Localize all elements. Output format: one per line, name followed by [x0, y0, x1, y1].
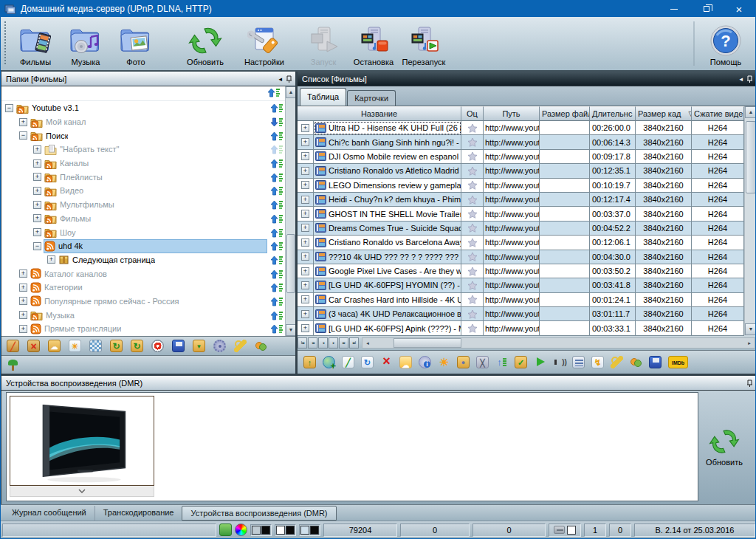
photo-button[interactable]: Фото — [111, 18, 161, 69]
tree-item[interactable]: −Поиск — [1, 128, 285, 143]
table-row[interactable]: +???10 4k UHD ??? ?? ? ? ???? ??? HiDRht… — [298, 250, 744, 264]
dmr-device-card[interactable] — [10, 396, 154, 497]
cell-rating[interactable] — [461, 179, 484, 193]
cell-rating[interactable] — [461, 222, 484, 236]
nav-prev-button[interactable]: ◂ — [318, 337, 328, 349]
cell-rating[interactable] — [461, 293, 484, 307]
key-gold-icon[interactable] — [234, 340, 247, 352]
cell-path[interactable]: http://www.youtu — [484, 179, 540, 193]
table-row[interactable]: +Car Crashes Hard into Hillside - 4K Ulh… — [298, 293, 744, 307]
package-edit-icon[interactable] — [7, 340, 19, 352]
scroll-down-icon[interactable]: ▼ — [286, 324, 295, 336]
cell-path[interactable]: http://www.youtu — [484, 264, 540, 278]
hscroll-thumb[interactable] — [394, 338, 461, 348]
folder-gear-icon[interactable] — [457, 356, 470, 368]
row-expander-icon[interactable]: + — [301, 310, 309, 318]
tree-expander-icon[interactable]: + — [33, 173, 41, 181]
nav-last-button[interactable]: ▸▸I — [349, 337, 359, 349]
table-row[interactable]: +Dreams Comes True - Suicide Squad-http:… — [298, 222, 744, 236]
films-button[interactable]: Фильмы — [10, 18, 61, 69]
cell-path[interactable]: http://www.youtu — [484, 121, 540, 135]
cell-rating[interactable] — [461, 236, 484, 250]
tree-item[interactable]: −uhd 4k — [1, 239, 285, 253]
cell-name[interactable]: Google Pixel Live Cases - Are they w — [314, 264, 461, 278]
tree-item[interactable]: +Шоу — [1, 225, 285, 239]
row-expander-icon[interactable]: + — [301, 124, 309, 132]
cell-name[interactable]: DJI Osmo Mobile review en espanol | P — [314, 150, 461, 164]
cell-path[interactable]: http://www.youtu — [484, 222, 540, 236]
globe-add-icon[interactable] — [323, 356, 335, 368]
cell-path[interactable]: http://www.youtu — [484, 135, 540, 149]
delete-red-icon[interactable] — [380, 356, 393, 368]
table-row[interactable]: +(3 часа) 4K UHD Релаксационное вhttp://… — [298, 307, 744, 321]
tree-item[interactable]: +Мультфильмы — [1, 198, 285, 212]
mosaic-icon[interactable] — [89, 340, 102, 352]
scroll-right-icon[interactable]: ▸ — [744, 338, 755, 348]
row-expander-icon[interactable]: + — [301, 324, 309, 332]
tree-expander-icon[interactable]: + — [19, 297, 27, 305]
cell-name[interactable]: [LG UHD 4K-60FPS] Apink (????) - Mr — [314, 321, 461, 335]
tree-item[interactable]: −Youtube v3.1 — [1, 101, 285, 115]
cell-name[interactable]: LEGO Dimensions review y gameplay — [314, 179, 461, 193]
stop-button[interactable]: Остановка — [348, 18, 399, 69]
gear-icon[interactable] — [213, 340, 226, 352]
row-expander-icon[interactable]: + — [301, 196, 309, 204]
row-expander-icon[interactable]: + — [301, 224, 309, 232]
cell-rating[interactable] — [461, 250, 484, 264]
tree-expander-icon[interactable]: + — [33, 159, 41, 168]
tree-expander-icon[interactable]: − — [33, 242, 41, 250]
plugin-status-icon[interactable] — [219, 523, 232, 536]
weather-icon[interactable] — [399, 356, 412, 368]
cell-name[interactable]: Cristiano Ronaldo vs Atletico Madrid — [314, 164, 461, 178]
browser-page-icon[interactable] — [361, 356, 374, 368]
tab-transcoding[interactable]: Транскодирование — [95, 506, 182, 521]
tab-dmr-devices[interactable]: Устройства воспроизведения (DMR) — [182, 506, 336, 521]
folder-open-icon[interactable] — [303, 356, 316, 368]
sun-burst-icon[interactable] — [438, 356, 450, 368]
minimize-button[interactable] — [658, 1, 690, 17]
pin-icon[interactable] — [746, 75, 753, 83]
edit-page-icon[interactable] — [342, 356, 354, 368]
cell-rating[interactable] — [461, 121, 484, 135]
cell-rating[interactable] — [461, 207, 484, 221]
table-row[interactable]: +Chi?c banh Giang Sinh hinh ngu?i! - Fht… — [298, 135, 744, 149]
cell-name[interactable]: Car Crashes Hard into Hillside - 4K Ul — [314, 293, 461, 307]
imdb-icon[interactable] — [668, 356, 688, 368]
row-expander-icon[interactable]: + — [301, 281, 309, 289]
table-row[interactable]: +[LG UHD 4K-60FPS] HYOMIN (??) - Nhttp:/… — [298, 278, 744, 292]
tools-icon[interactable] — [476, 356, 489, 368]
pin-icon[interactable] — [286, 75, 292, 83]
cell-rating[interactable] — [461, 278, 484, 292]
tree-expander-icon[interactable]: + — [33, 145, 41, 154]
tree-scroll-thumb[interactable] — [286, 234, 295, 293]
cell-rating[interactable] — [461, 193, 484, 207]
table-row[interactable]: +GHOST IN THE SHELL Movie Trailer 4http:… — [298, 207, 744, 221]
tree-expander-icon[interactable]: + — [19, 270, 27, 278]
lifebuoy-icon[interactable] — [151, 340, 164, 352]
column-header-duration[interactable]: Длительнс — [590, 106, 636, 121]
cell-path[interactable]: http://www.youtu — [484, 207, 540, 221]
tree-expander-icon[interactable]: + — [19, 118, 27, 126]
package-delete-icon[interactable] — [27, 340, 40, 352]
scroll-down-icon[interactable]: ▼ — [745, 323, 756, 335]
cell-name[interactable]: [LG UHD 4K-60FPS] HYOMIN (??) - N — [314, 278, 461, 292]
key-icon[interactable] — [611, 356, 623, 368]
save-icon[interactable] — [649, 356, 662, 368]
cell-path[interactable]: http://www.youtu — [484, 278, 540, 292]
tree-item[interactable]: +Каналы — [1, 157, 285, 171]
tree-item[interactable]: +Следующая страница — [1, 253, 285, 267]
tree-expander-icon[interactable]: + — [33, 187, 41, 195]
refresh-button[interactable]: Обновить — [180, 18, 230, 69]
column-header-filesize[interactable]: Размер файл — [540, 106, 590, 121]
restore-button[interactable] — [690, 1, 723, 17]
settings-button[interactable]: Настройки — [239, 18, 289, 69]
tree-item[interactable]: +"Набрать текст" — [1, 143, 285, 157]
sort-order-icon[interactable] — [267, 87, 281, 100]
playlist-icon[interactable] — [572, 356, 585, 368]
cell-path[interactable]: http://www.youtu — [484, 293, 540, 307]
tree-expander-icon[interactable]: − — [5, 104, 13, 112]
pin-icon[interactable] — [746, 380, 753, 387]
cell-name[interactable]: GHOST IN THE SHELL Movie Trailer 4 — [314, 207, 461, 221]
cell-path[interactable]: http://www.youtu — [484, 307, 540, 321]
sound-test-icon[interactable] — [553, 356, 566, 368]
